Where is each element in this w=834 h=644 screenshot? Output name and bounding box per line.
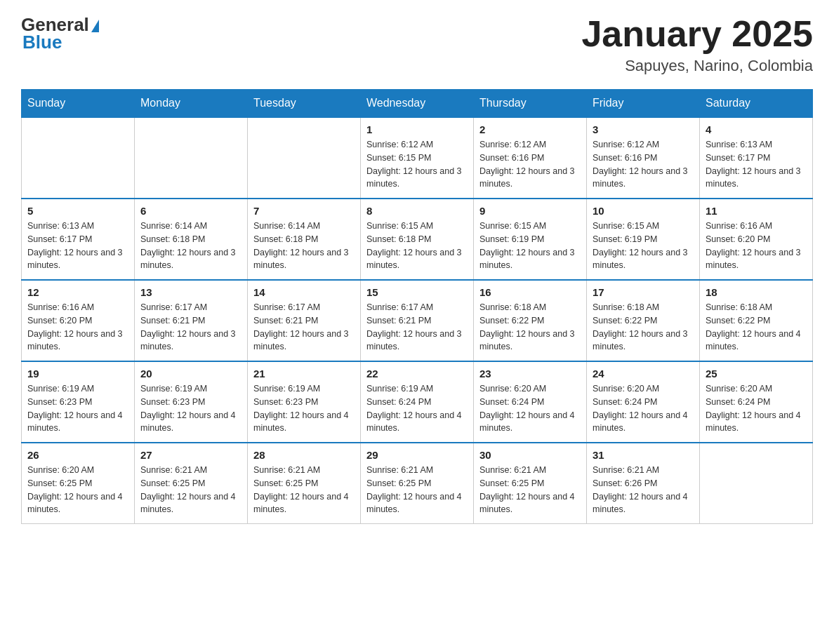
day-number: 2 <box>479 123 581 135</box>
day-info: Sunrise: 6:20 AMSunset: 6:24 PMDaylight:… <box>479 382 581 435</box>
calendar-cell-2-7: 11Sunrise: 6:16 AMSunset: 6:20 PMDayligh… <box>700 199 813 280</box>
day-number: 6 <box>140 205 241 217</box>
day-info: Sunrise: 6:16 AMSunset: 6:20 PMDaylight:… <box>706 220 807 272</box>
week-row-4: 19Sunrise: 6:19 AMSunset: 6:23 PMDayligh… <box>22 361 813 443</box>
calendar-cell-1-7: 4Sunrise: 6:13 AMSunset: 6:17 PMDaylight… <box>700 117 813 199</box>
day-info: Sunrise: 6:21 AMSunset: 6:25 PMDaylight:… <box>253 464 355 516</box>
day-info: Sunrise: 6:20 AMSunset: 6:24 PMDaylight:… <box>593 382 694 435</box>
day-number: 19 <box>27 368 128 380</box>
day-info: Sunrise: 6:21 AMSunset: 6:25 PMDaylight:… <box>366 464 468 516</box>
day-info: Sunrise: 6:17 AMSunset: 6:21 PMDaylight:… <box>140 301 241 354</box>
day-number: 21 <box>253 368 355 380</box>
calendar-cell-4-5: 23Sunrise: 6:20 AMSunset: 6:24 PMDayligh… <box>474 361 587 443</box>
day-number: 7 <box>253 205 355 217</box>
day-info: Sunrise: 6:21 AMSunset: 6:25 PMDaylight:… <box>140 464 241 516</box>
day-number: 20 <box>140 368 241 380</box>
calendar-cell-1-2 <box>135 117 248 199</box>
day-number: 25 <box>706 368 807 380</box>
day-info: Sunrise: 6:15 AMSunset: 6:18 PMDaylight:… <box>366 220 468 272</box>
day-info: Sunrise: 6:12 AMSunset: 6:16 PMDaylight:… <box>479 138 581 191</box>
day-number: 3 <box>593 123 694 135</box>
calendar-cell-4-4: 22Sunrise: 6:19 AMSunset: 6:24 PMDayligh… <box>361 361 474 443</box>
day-number: 15 <box>366 286 468 298</box>
day-info: Sunrise: 6:19 AMSunset: 6:23 PMDaylight:… <box>27 382 128 435</box>
day-info: Sunrise: 6:20 AMSunset: 6:24 PMDaylight:… <box>706 382 807 435</box>
calendar-cell-3-1: 12Sunrise: 6:16 AMSunset: 6:20 PMDayligh… <box>22 280 135 361</box>
calendar-cell-2-2: 6Sunrise: 6:14 AMSunset: 6:18 PMDaylight… <box>135 199 248 280</box>
day-info: Sunrise: 6:19 AMSunset: 6:23 PMDaylight:… <box>140 382 241 435</box>
day-info: Sunrise: 6:14 AMSunset: 6:18 PMDaylight:… <box>140 220 241 272</box>
day-number: 10 <box>593 205 694 217</box>
day-number: 11 <box>706 205 807 217</box>
calendar-cell-4-7: 25Sunrise: 6:20 AMSunset: 6:24 PMDayligh… <box>700 361 813 443</box>
day-info: Sunrise: 6:13 AMSunset: 6:17 PMDaylight:… <box>27 220 128 272</box>
day-info: Sunrise: 6:18 AMSunset: 6:22 PMDaylight:… <box>479 301 581 354</box>
day-info: Sunrise: 6:16 AMSunset: 6:20 PMDaylight:… <box>27 301 128 354</box>
week-row-2: 5Sunrise: 6:13 AMSunset: 6:17 PMDaylight… <box>22 199 813 280</box>
header-sunday: Sunday <box>22 90 135 118</box>
location-title: Sapuyes, Narino, Colombia <box>581 57 813 75</box>
day-number: 12 <box>27 286 128 298</box>
day-number: 17 <box>593 286 694 298</box>
day-number: 31 <box>593 449 694 461</box>
calendar-cell-3-6: 17Sunrise: 6:18 AMSunset: 6:22 PMDayligh… <box>587 280 700 361</box>
calendar-cell-3-2: 13Sunrise: 6:17 AMSunset: 6:21 PMDayligh… <box>135 280 248 361</box>
day-number: 18 <box>706 286 807 298</box>
calendar-cell-5-6: 31Sunrise: 6:21 AMSunset: 6:26 PMDayligh… <box>587 443 700 524</box>
day-number: 23 <box>479 368 581 380</box>
calendar-cell-2-6: 10Sunrise: 6:15 AMSunset: 6:19 PMDayligh… <box>587 199 700 280</box>
day-info: Sunrise: 6:12 AMSunset: 6:16 PMDaylight:… <box>593 138 694 191</box>
day-info: Sunrise: 6:20 AMSunset: 6:25 PMDaylight:… <box>27 464 128 516</box>
calendar-cell-4-6: 24Sunrise: 6:20 AMSunset: 6:24 PMDayligh… <box>587 361 700 443</box>
header-saturday: Saturday <box>700 90 813 118</box>
day-info: Sunrise: 6:18 AMSunset: 6:22 PMDaylight:… <box>706 301 807 354</box>
day-info: Sunrise: 6:13 AMSunset: 6:17 PMDaylight:… <box>706 138 807 191</box>
calendar-cell-3-5: 16Sunrise: 6:18 AMSunset: 6:22 PMDayligh… <box>474 280 587 361</box>
calendar-cell-1-4: 1Sunrise: 6:12 AMSunset: 6:15 PMDaylight… <box>361 117 474 199</box>
calendar-cell-2-3: 7Sunrise: 6:14 AMSunset: 6:18 PMDaylight… <box>248 199 361 280</box>
day-number: 16 <box>479 286 581 298</box>
day-number: 14 <box>253 286 355 298</box>
day-number: 4 <box>706 123 807 135</box>
calendar-cell-5-4: 29Sunrise: 6:21 AMSunset: 6:25 PMDayligh… <box>361 443 474 524</box>
day-number: 13 <box>140 286 241 298</box>
day-number: 30 <box>479 449 581 461</box>
day-info: Sunrise: 6:15 AMSunset: 6:19 PMDaylight:… <box>479 220 581 272</box>
day-info: Sunrise: 6:18 AMSunset: 6:22 PMDaylight:… <box>593 301 694 354</box>
logo-triangle-icon <box>91 20 99 32</box>
calendar-cell-2-5: 9Sunrise: 6:15 AMSunset: 6:19 PMDaylight… <box>474 199 587 280</box>
week-row-1: 1Sunrise: 6:12 AMSunset: 6:15 PMDaylight… <box>22 117 813 199</box>
day-info: Sunrise: 6:21 AMSunset: 6:25 PMDaylight:… <box>479 464 581 516</box>
calendar-cell-4-1: 19Sunrise: 6:19 AMSunset: 6:23 PMDayligh… <box>22 361 135 443</box>
logo: General Blue <box>21 14 99 53</box>
day-number: 28 <box>253 449 355 461</box>
day-info: Sunrise: 6:19 AMSunset: 6:24 PMDaylight:… <box>366 382 468 435</box>
calendar-cell-3-4: 15Sunrise: 6:17 AMSunset: 6:21 PMDayligh… <box>361 280 474 361</box>
calendar-cell-5-7 <box>700 443 813 524</box>
header-friday: Friday <box>587 90 700 118</box>
calendar-cell-2-1: 5Sunrise: 6:13 AMSunset: 6:17 PMDaylight… <box>22 199 135 280</box>
calendar-cell-1-1 <box>22 117 135 199</box>
day-number: 27 <box>140 449 241 461</box>
day-number: 8 <box>366 205 468 217</box>
header-monday: Monday <box>135 90 248 118</box>
day-info: Sunrise: 6:15 AMSunset: 6:19 PMDaylight:… <box>593 220 694 272</box>
calendar-cell-5-5: 30Sunrise: 6:21 AMSunset: 6:25 PMDayligh… <box>474 443 587 524</box>
header-tuesday: Tuesday <box>248 90 361 118</box>
calendar-cell-4-3: 21Sunrise: 6:19 AMSunset: 6:23 PMDayligh… <box>248 361 361 443</box>
day-info: Sunrise: 6:19 AMSunset: 6:23 PMDaylight:… <box>253 382 355 435</box>
day-number: 22 <box>366 368 468 380</box>
month-title: January 2025 <box>581 14 813 54</box>
header-wednesday: Wednesday <box>361 90 474 118</box>
calendar-header-row: SundayMondayTuesdayWednesdayThursdayFrid… <box>22 90 813 118</box>
title-area: January 2025 Sapuyes, Narino, Colombia <box>581 14 813 75</box>
calendar-cell-1-3 <box>248 117 361 199</box>
calendar-cell-5-1: 26Sunrise: 6:20 AMSunset: 6:25 PMDayligh… <box>22 443 135 524</box>
logo-blue-text: Blue <box>22 32 62 53</box>
day-number: 26 <box>27 449 128 461</box>
calendar-cell-5-2: 27Sunrise: 6:21 AMSunset: 6:25 PMDayligh… <box>135 443 248 524</box>
day-number: 24 <box>593 368 694 380</box>
day-number: 9 <box>479 205 581 217</box>
calendar-cell-5-3: 28Sunrise: 6:21 AMSunset: 6:25 PMDayligh… <box>248 443 361 524</box>
calendar-cell-2-4: 8Sunrise: 6:15 AMSunset: 6:18 PMDaylight… <box>361 199 474 280</box>
